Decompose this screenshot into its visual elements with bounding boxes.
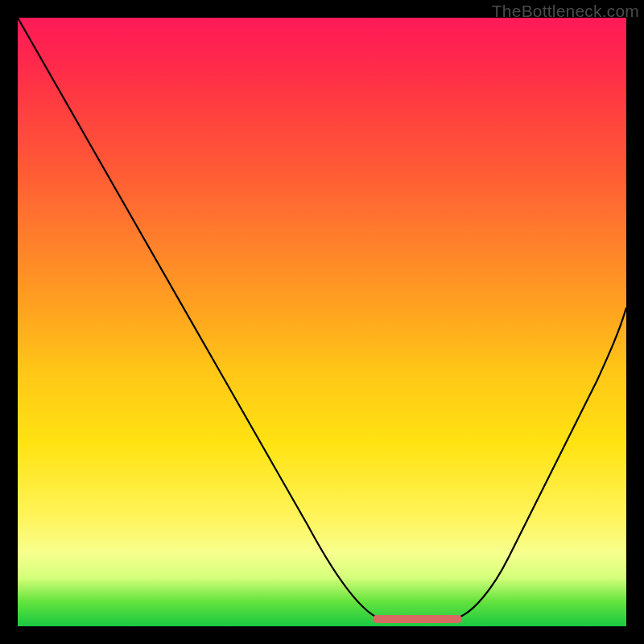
- bottleneck-curve: [18, 18, 626, 618]
- curve-layer: [18, 18, 626, 626]
- plot-area: [18, 18, 626, 626]
- watermark-text: TheBottleneck.com: [492, 2, 639, 21]
- chart-frame: TheBottleneck.com: [0, 0, 644, 644]
